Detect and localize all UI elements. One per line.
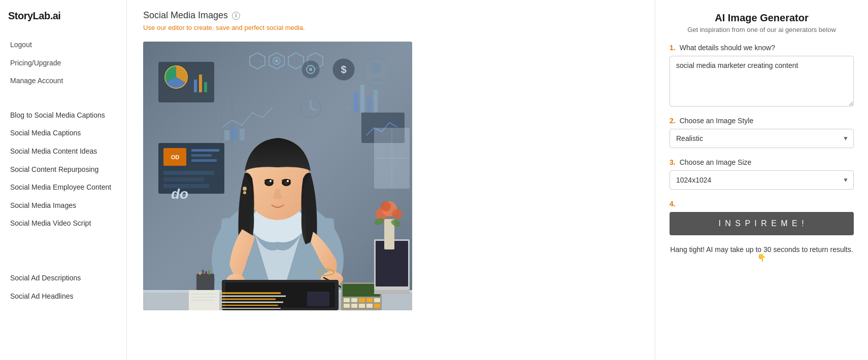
step-2-text: Choose an Image Style: [680, 117, 754, 125]
top-nav-group: Logout Pricing/Upgrade Manage Account: [8, 36, 118, 90]
svg-point-55: [243, 191, 246, 194]
svg-rect-21: [360, 85, 364, 113]
svg-point-100: [392, 209, 402, 219]
bottom-nav-group: Social Ad Descriptions Social Ad Headlin…: [8, 269, 118, 305]
step-1-num: 1.: [670, 44, 676, 52]
svg-point-12: [275, 59, 278, 62]
hang-tight-message: Hang tight! AI may take up to 30 seconds…: [670, 245, 854, 262]
step-3-num: 3.: [670, 158, 676, 166]
svg-rect-90: [351, 304, 357, 308]
sidebar-item-social-ad-descriptions[interactable]: Social Ad Descriptions: [8, 269, 118, 287]
svg-rect-22: [367, 97, 371, 113]
image-style-select[interactable]: Realistic Cartoon Abstract Sketch 3D Ren…: [670, 129, 854, 148]
svg-rect-5: [199, 75, 202, 92]
sidebar-item-blog-to-social[interactable]: Blog to Social Media Captions: [8, 106, 118, 125]
svg-rect-36: [224, 130, 229, 140]
step-1: 1. What details should we know? social m…: [670, 44, 854, 106]
svg-rect-27: [191, 149, 219, 152]
svg-rect-89: [344, 304, 350, 308]
sidebar-item-social-video-script[interactable]: Social Media Video Script: [8, 214, 118, 233]
svg-rect-31: [163, 177, 204, 182]
step-3-text: Choose an Image Size: [680, 158, 752, 166]
step-2-label: 2. Choose an Image Style: [670, 117, 854, 125]
svg-text:do: do: [171, 186, 188, 202]
svg-point-54: [243, 187, 247, 191]
svg-rect-20: [354, 92, 358, 113]
svg-rect-30: [163, 171, 214, 175]
svg-rect-4: [194, 80, 197, 92]
svg-rect-93: [374, 304, 380, 308]
sidebar-item-pricing[interactable]: Pricing/Upgrade: [8, 54, 118, 73]
svg-rect-88: [374, 298, 380, 302]
details-textarea[interactable]: social media marketer creating content: [670, 56, 854, 106]
step-1-text: What details should we know?: [680, 44, 775, 52]
inspire-button[interactable]: I n s p i r e m e !: [670, 212, 854, 235]
image-size-container: 1024x1024 512x512 256x256 1024x512 512x1…: [670, 170, 854, 190]
sidebar-item-social-content-repurposing[interactable]: Social Content Repurposing: [8, 161, 118, 179]
content-area: Social Media Images ℹ Use our editor to …: [127, 0, 868, 360]
svg-rect-85: [351, 298, 357, 302]
svg-rect-23: [374, 90, 378, 113]
app-logo: StoryLab.ai: [8, 10, 118, 22]
step-4-label: 4.: [670, 200, 854, 208]
info-icon[interactable]: ℹ: [232, 12, 240, 20]
right-panel-title: AI Image Generator: [670, 12, 854, 24]
sidebar-item-social-content-ideas[interactable]: Social Media Content Ideas: [8, 142, 118, 161]
step-3: 3. Choose an Image Size 1024x1024 512x51…: [670, 158, 854, 190]
sidebar-item-social-ad-headlines[interactable]: Social Ad Headlines: [8, 287, 118, 306]
svg-rect-96: [374, 290, 410, 294]
sidebar-item-manage-account[interactable]: Manage Account: [8, 72, 118, 90]
generated-image-container: $ OD: [143, 42, 412, 310]
svg-rect-86: [359, 298, 365, 302]
svg-point-53: [287, 180, 289, 182]
center-panel: Social Media Images ℹ Use our editor to …: [127, 0, 655, 360]
sidebar-item-social-captions[interactable]: Social Media Captions: [8, 124, 118, 142]
svg-point-19: [309, 68, 312, 71]
step-4-num: 4.: [670, 200, 676, 208]
page-header: Social Media Images ℹ: [143, 10, 639, 21]
sidebar-item-logout[interactable]: Logout: [8, 36, 118, 54]
svg-text:OD: OD: [171, 154, 180, 160]
sidebar: StoryLab.ai Logout Pricing/Upgrade Manag…: [0, 0, 127, 360]
svg-rect-92: [366, 304, 373, 308]
svg-rect-28: [191, 154, 212, 157]
sidebar-item-social-employee-content[interactable]: Social Media Employee Content: [8, 178, 118, 197]
right-panel: AI Image Generator Get inspiration from …: [655, 0, 868, 360]
svg-rect-84: [344, 298, 350, 302]
svg-text:$: $: [341, 64, 346, 75]
image-style-container: Realistic Cartoon Abstract Sketch 3D Ren…: [670, 129, 854, 148]
generated-image: $ OD: [143, 42, 412, 310]
page-subtitle: Use our editor to create, save and perfe…: [143, 24, 639, 31]
step-3-label: 3. Choose an Image Size: [670, 158, 854, 166]
step-4: 4. I n s p i r e m e !: [670, 200, 854, 235]
sidebar-item-social-images[interactable]: Social Media Images: [8, 197, 118, 215]
svg-rect-38: [240, 129, 245, 140]
right-panel-subtitle: Get inspiration from one of our ai gener…: [670, 26, 854, 33]
svg-rect-6: [204, 82, 207, 92]
svg-rect-37: [232, 127, 237, 140]
step-1-label: 1. What details should we know?: [670, 44, 854, 52]
image-size-select[interactable]: 1024x1024 512x512 256x256 1024x512 512x1…: [670, 170, 854, 190]
svg-point-101: [381, 201, 391, 211]
svg-rect-81: [307, 292, 329, 306]
svg-rect-87: [366, 298, 373, 302]
main-content: Social Media Images ℹ Use our editor to …: [127, 0, 868, 360]
svg-point-52: [270, 180, 272, 182]
step-2-num: 2.: [670, 117, 676, 125]
svg-rect-29: [191, 159, 217, 162]
page-title: Social Media Images: [143, 10, 228, 21]
svg-rect-91: [359, 304, 365, 308]
main-nav-group: Blog to Social Media Captions Social Med…: [8, 106, 118, 233]
svg-point-14: [372, 63, 382, 73]
step-2: 2. Choose an Image Style Realistic Carto…: [670, 117, 854, 148]
